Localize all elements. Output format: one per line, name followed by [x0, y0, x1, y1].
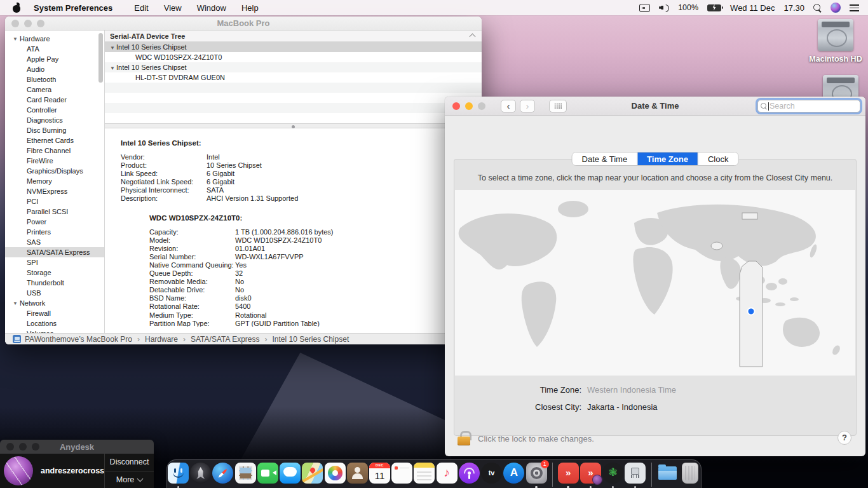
sidebar-scrollbar[interactable]: [98, 33, 103, 83]
dock-item-trash[interactable]: [679, 463, 700, 488]
notification-center-icon[interactable]: [850, 4, 859, 11]
dock-item-mail[interactable]: [235, 463, 256, 488]
spotlight-icon[interactable]: [813, 4, 822, 12]
sidebar-item-audio[interactable]: Audio: [5, 64, 104, 74]
sidebar-item-printers[interactable]: Printers: [5, 227, 104, 237]
sidebar-item-diagnostics[interactable]: Diagnostics: [5, 115, 104, 125]
dock-item-calendar[interactable]: DEC11: [369, 463, 390, 488]
more-button[interactable]: More: [105, 471, 154, 488]
sidebar-item-fibre-channel[interactable]: Fibre Channel: [5, 146, 104, 156]
sidebar-item-disc-burning[interactable]: Disc Burning: [5, 125, 104, 135]
menu-bar-time[interactable]: 17.30: [783, 3, 804, 13]
sidebar-item-locations[interactable]: Locations: [5, 318, 104, 329]
sidebar-item-card-reader[interactable]: Card Reader: [5, 95, 104, 105]
closest-city-value[interactable]: Jakarta - Indonesia: [587, 402, 658, 412]
menu-edit[interactable]: Edit: [126, 3, 156, 13]
menu-help[interactable]: Help: [234, 3, 266, 13]
menu-view[interactable]: View: [156, 3, 189, 13]
sidebar-item-bluetooth[interactable]: Bluetooth: [5, 74, 104, 85]
macintosh-hd-label[interactable]: Macintosh HD: [797, 55, 868, 64]
dock-item-music[interactable]: ♪: [437, 463, 458, 488]
dock-item-podcasts[interactable]: [459, 463, 480, 488]
sidebar-item-ethernet-cards[interactable]: Ethernet Cards: [5, 135, 104, 146]
sidebar-item-power[interactable]: Power: [5, 217, 104, 227]
sidebar-item-pci[interactable]: PCI: [5, 196, 104, 207]
sidebar-item-graphics-displays[interactable]: Graphics/Displays: [5, 166, 104, 176]
dock-item-safari[interactable]: [212, 463, 233, 488]
dock-item-prefs[interactable]: 1: [526, 463, 547, 488]
sidebar-item-usb[interactable]: USB: [5, 288, 104, 298]
lock-icon[interactable]: [458, 431, 470, 446]
tree-row[interactable]: WDC WD10SPZX-24Z10T0: [105, 52, 482, 62]
dock-item-anydesk2[interactable]: »: [580, 463, 601, 488]
breadcrumb-item[interactable]: Intel 10 Series Chipset: [272, 335, 349, 344]
sidebar-item-controller[interactable]: Controller: [5, 105, 104, 115]
breadcrumb-item[interactable]: Hardware: [145, 335, 178, 344]
sidebar-item-storage[interactable]: Storage: [5, 268, 104, 278]
sidebar-item-volumes[interactable]: Volumes: [5, 329, 104, 333]
datetime-toolbar[interactable]: ‹ › Date & Time Search: [445, 97, 865, 116]
dock-item-reminders[interactable]: [391, 463, 412, 488]
macintosh-hd-icon[interactable]: [818, 19, 853, 51]
show-all-preferences-button[interactable]: [549, 100, 567, 112]
disclosure-triangle-icon[interactable]: ▼: [13, 34, 18, 44]
dock-item-facetime[interactable]: [257, 463, 278, 488]
sidebar-item-firewire[interactable]: FireWire: [5, 156, 104, 166]
disclosure-triangle-icon[interactable]: ▼: [110, 43, 116, 53]
volume-icon[interactable]: [659, 4, 669, 11]
collapse-chevron-icon[interactable]: [470, 32, 475, 37]
apple-menu-icon[interactable]: [12, 3, 21, 13]
help-button[interactable]: ?: [837, 431, 851, 445]
sidebar-item-network[interactable]: ▼Network: [5, 298, 104, 308]
dock-item-maps[interactable]: [302, 463, 323, 488]
disconnect-button[interactable]: Disconnect: [105, 454, 154, 471]
anydesk-titlebar[interactable]: Anydesk: [0, 440, 154, 454]
dock-item-contacts[interactable]: [347, 463, 368, 488]
sidebar-item-memory[interactable]: Memory: [5, 176, 104, 186]
tree-row[interactable]: ▼Intel 10 Series Chipset: [105, 62, 482, 72]
dock-item-anydesk1[interactable]: »: [558, 463, 579, 488]
sidebar-item-spi[interactable]: SPI: [5, 257, 104, 268]
back-button[interactable]: ‹: [501, 100, 516, 112]
sidebar-item-hardware[interactable]: ▼Hardware: [5, 34, 104, 44]
dock-item-gears[interactable]: ❃: [602, 463, 623, 488]
pane-splitter[interactable]: [105, 123, 482, 128]
sidebar-item-firewall[interactable]: Firewall: [5, 308, 104, 318]
disclosure-triangle-icon[interactable]: ▼: [13, 299, 18, 309]
breadcrumb-item[interactable]: PAWonthemove’s MacBook Pro: [25, 335, 132, 344]
sidebar-item-sata-sata-express[interactable]: SATA/SATA Express: [5, 247, 104, 257]
dock-item-tv[interactable]: tv: [481, 463, 502, 488]
sidebar-item-apple-pay[interactable]: Apple Pay: [5, 54, 104, 64]
anydesk-status-icon[interactable]: [639, 4, 650, 12]
menu-window[interactable]: Window: [189, 3, 234, 13]
dock-item-finder[interactable]: [168, 463, 189, 488]
active-app-menu[interactable]: System Preferences: [34, 3, 112, 13]
dock-item-downloads[interactable]: [657, 463, 678, 488]
tab-time-zone[interactable]: Time Zone: [637, 152, 698, 165]
world-map[interactable]: [455, 190, 855, 376]
sidebar-item-sas[interactable]: SAS: [5, 237, 104, 247]
siri-icon[interactable]: [831, 3, 841, 13]
tab-date-time[interactable]: Date & Time: [573, 152, 638, 165]
minimize-button[interactable]: [465, 102, 473, 110]
device-tree-header[interactable]: Serial-ATA Device Tree: [105, 30, 482, 42]
tree-row[interactable]: HL-DT-ST DVDRAM GUE0N: [105, 72, 482, 83]
sidebar-item-nvmexpress[interactable]: NVMExpress: [5, 186, 104, 196]
dock-item-notes[interactable]: [414, 463, 435, 488]
dock-item-messages[interactable]: [280, 463, 301, 488]
close-button[interactable]: [452, 102, 460, 110]
sidebar-item-parallel-scsi[interactable]: Parallel SCSI: [5, 207, 104, 217]
dock-item-appstore[interactable]: A: [503, 463, 524, 488]
dock-item-photos[interactable]: [325, 463, 346, 488]
dock-item-launchpad[interactable]: [190, 463, 211, 488]
search-input[interactable]: Search: [757, 100, 860, 112]
sidebar-item-thunderbolt[interactable]: Thunderbolt: [5, 278, 104, 288]
disclosure-triangle-icon[interactable]: ▼: [110, 64, 116, 74]
battery-icon[interactable]: [707, 4, 721, 11]
menu-bar-date[interactable]: Wed 11 Dec: [730, 3, 775, 13]
sidebar-item-ata[interactable]: ATA: [5, 44, 104, 54]
sidebar-item-camera[interactable]: Camera: [5, 85, 104, 95]
breadcrumb-item[interactable]: SATA/SATA Express: [191, 335, 259, 344]
dock-item-chip[interactable]: [625, 463, 646, 488]
tree-row[interactable]: ▼Intel 10 Series Chipset: [105, 42, 482, 52]
